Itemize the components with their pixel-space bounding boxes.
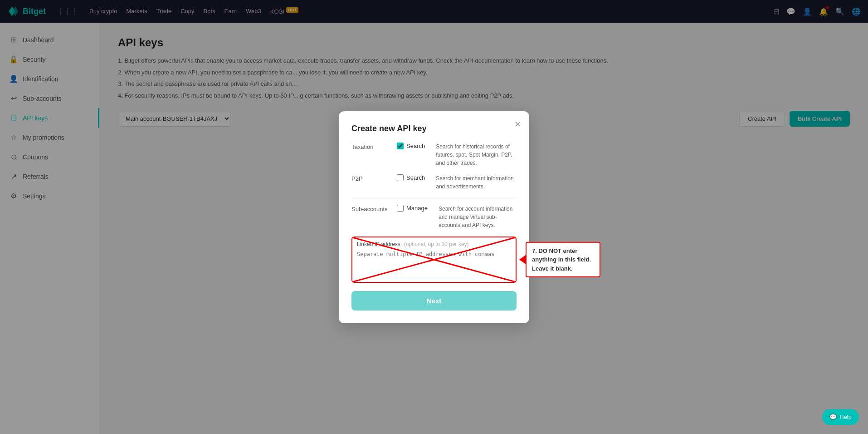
callout-arrow	[519, 255, 526, 264]
permission-row-sub-accounts: Sub-accounts Manage Search for account i…	[351, 205, 517, 229]
callout-container: 7. DO NOT enter anything in this field. …	[519, 242, 600, 277]
modal-close-button[interactable]: ✕	[514, 119, 521, 129]
perm-check-p2p-search: Search	[397, 174, 425, 181]
next-button[interactable]: Next	[351, 291, 517, 311]
permission-row-taxation: Taxation Search Search for historical re…	[351, 143, 517, 167]
ip-optional-hint: (optional, up to 30 per key)	[404, 241, 469, 247]
help-button[interactable]: 💬 Help	[822, 409, 859, 425]
perm-label-p2p: P2P	[351, 174, 392, 182]
checkbox-taxation-search[interactable]	[397, 143, 404, 149]
ip-field-wrapper: Linked IP address (optional, up to 30 pe…	[351, 237, 517, 283]
modal-title: Create new API key	[351, 124, 517, 133]
label-sub-accounts-manage: Manage	[406, 205, 428, 212]
perm-desc-p2p: Search for merchant information and adve…	[436, 174, 517, 191]
ip-address-textarea[interactable]	[352, 248, 516, 280]
checkbox-p2p-search[interactable]	[397, 174, 404, 181]
help-icon: 💬	[829, 414, 837, 420]
callout-text: 7. DO NOT enter anything in this field. …	[532, 247, 591, 271]
label-p2p-search: Search	[406, 174, 425, 181]
perm-check-sub-accounts-manage: Manage	[397, 205, 428, 212]
perm-label-sub-accounts: Sub-accounts	[351, 205, 392, 212]
divider	[351, 198, 517, 198]
perm-desc-sub-accounts: Search for account information and manag…	[439, 205, 517, 229]
callout-box: 7. DO NOT enter anything in this field. …	[526, 242, 600, 277]
ip-field-label: Linked IP address	[357, 241, 400, 247]
create-api-modal: Create new API key ✕ Taxation Search Sea…	[339, 111, 529, 323]
perm-check-taxation-search: Search	[397, 143, 425, 149]
ip-field-box: Linked IP address (optional, up to 30 pe…	[351, 237, 517, 283]
perm-label-taxation: Taxation	[351, 143, 392, 150]
perm-desc-taxation: Search for historical records of futures…	[436, 143, 517, 167]
label-taxation-search: Search	[406, 143, 425, 149]
modal-overlay[interactable]: Create new API key ✕ Taxation Search Sea…	[0, 0, 868, 434]
checkbox-sub-accounts-manage[interactable]	[397, 205, 404, 212]
permission-row-p2p: P2P Search Search for merchant informati…	[351, 174, 517, 191]
help-label: Help	[839, 414, 852, 420]
